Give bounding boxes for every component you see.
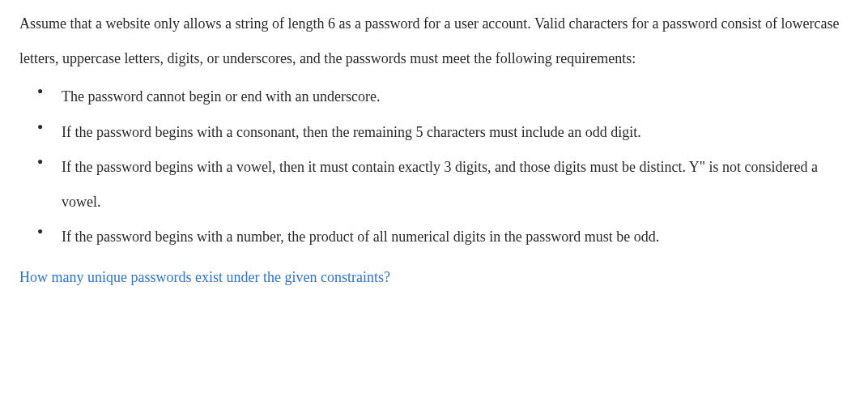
list-item: If the password begins with a consonant,… xyxy=(37,115,852,150)
intro-paragraph: Assume that a website only allows a stri… xyxy=(19,6,852,76)
question-text: How many unique passwords exist under th… xyxy=(19,263,852,292)
list-item: If the password begins with a vowel, the… xyxy=(37,150,852,220)
list-item: The password cannot begin or end with an… xyxy=(37,79,852,114)
list-item: If the password begins with a number, th… xyxy=(37,220,852,254)
requirements-list: The password cannot begin or end with an… xyxy=(19,79,852,254)
